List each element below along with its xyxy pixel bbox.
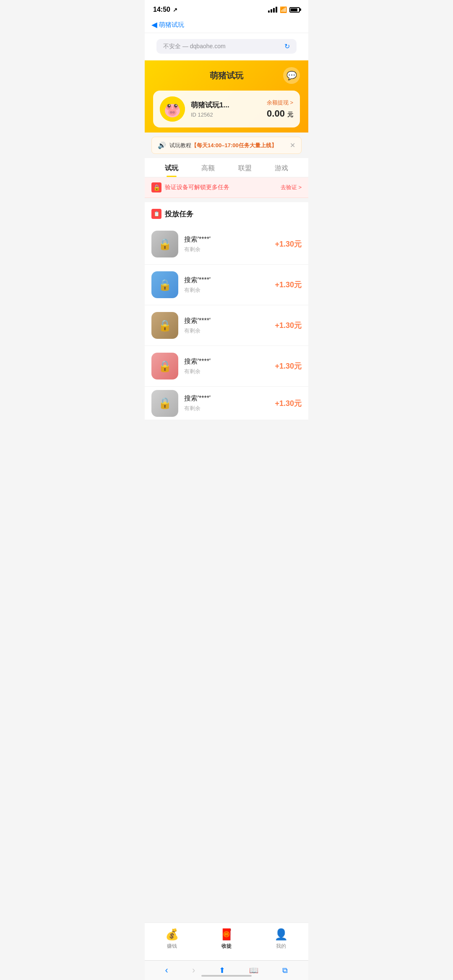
verify-banner[interactable]: 🔒 验证设备可解锁更多任务 去验证 > — [145, 177, 308, 198]
task-name-5: 搜索'****' — [184, 394, 269, 403]
address-bar[interactable]: 不安全 — dqbaohe.com ↻ — [156, 39, 297, 54]
svg-point-5 — [170, 111, 172, 114]
task-item[interactable]: 🔒 搜索'****' 有剩余 +1.30元 — [145, 346, 308, 387]
task-section-icon: 📋 — [151, 209, 161, 219]
nav-bar: ◀ 萌猪试玩 — [145, 17, 308, 33]
task-item[interactable]: 🔒 搜索'****' 有剩余 +1.30元 — [145, 224, 308, 265]
task-item[interactable]: 🔒 搜索'****' 有剩余 +1.30元 — [145, 387, 308, 420]
task-reward-4: +1.30元 — [275, 361, 302, 371]
refresh-icon[interactable]: ↻ — [284, 42, 290, 50]
avatar — [160, 96, 185, 122]
task-status-5: 有剩余 — [184, 405, 269, 412]
task-item[interactable]: 🔒 搜索'****' 有剩余 +1.30元 — [145, 265, 308, 305]
svg-point-6 — [172, 111, 175, 114]
task-info-5: 搜索'****' 有剩余 — [184, 394, 269, 412]
task-info-3: 搜索'****' 有剩余 — [184, 317, 269, 335]
status-bar: 14:50 ↗ 📶 — [145, 0, 308, 17]
task-name-1: 搜索'****' — [184, 235, 269, 244]
task-status-1: 有剩余 — [184, 246, 269, 253]
task-reward-3: +1.30元 — [275, 320, 302, 330]
lock-icon: 🔒 — [151, 182, 161, 192]
chat-icon: 💬 — [286, 70, 297, 81]
task-name-3: 搜索'****' — [184, 317, 269, 325]
user-name: 萌猪试玩1... — [191, 100, 261, 110]
lock-icon-4: 🔒 — [158, 360, 172, 373]
task-info-4: 搜索'****' 有剩余 — [184, 357, 269, 375]
user-info-card: 萌猪试玩1... ID 12562 余额提现 > 0.00 元 — [153, 91, 300, 127]
lock-icon-5: 🔒 — [158, 397, 172, 410]
lock-icon-2: 🔒 — [158, 278, 172, 291]
task-reward-2: +1.30元 — [275, 280, 302, 290]
wifi-icon: 📶 — [280, 6, 287, 13]
task-section-header: 📋 投放任务 — [145, 202, 308, 224]
task-thumb-1: 🔒 — [151, 231, 178, 257]
svg-point-12 — [176, 105, 177, 106]
tab-shiwan[interactable]: 试玩 — [153, 158, 190, 177]
task-thumb-4: 🔒 — [151, 353, 178, 380]
notice-text: 试玩教程【每天14:00–17:00任务大量上线】 — [169, 142, 286, 149]
chat-button[interactable]: 💬 — [283, 67, 300, 84]
nav-back-button[interactable]: ◀ 萌猪试玩 — [151, 20, 184, 29]
task-status-2: 有剩余 — [184, 286, 269, 294]
tab-gaoe[interactable]: 高额 — [190, 158, 227, 177]
task-list: 🔒 搜索'****' 有剩余 +1.30元 🔒 搜索'****' 有剩余 +1.… — [145, 224, 308, 420]
balance-label: 余额提现 > — [267, 99, 293, 107]
balance-amount: 0.00 元 — [267, 108, 293, 119]
back-arrow-icon: ◀ — [151, 20, 157, 29]
svg-point-11 — [169, 105, 170, 106]
notice-bar[interactable]: 🔊 试玩教程【每天14:00–17:00任务大量上线】 ✕ — [151, 137, 302, 154]
task-status-4: 有剩余 — [184, 368, 269, 375]
task-reward-5: +1.30元 — [275, 398, 302, 408]
verify-text: 验证设备可解锁更多任务 — [165, 184, 277, 191]
balance-unit: 元 — [287, 111, 293, 118]
app-header: 萌猪试玩 💬 — [145, 60, 308, 133]
task-item[interactable]: 🔒 搜索'****' 有剩余 +1.30元 — [145, 305, 308, 346]
status-icons: 📶 — [268, 6, 300, 13]
task-section-title: 投放任务 — [165, 209, 193, 219]
signal-bars — [268, 7, 277, 13]
task-thumb-2: 🔒 — [151, 271, 178, 298]
task-name-4: 搜索'****' — [184, 357, 269, 366]
task-thumb-3: 🔒 — [151, 312, 178, 339]
address-text: 不安全 — dqbaohe.com — [163, 43, 226, 50]
task-name-2: 搜索'****' — [184, 276, 269, 285]
user-details: 萌猪试玩1... ID 12562 — [191, 100, 261, 118]
tab-bar: 试玩 高额 联盟 游戏 — [145, 158, 308, 177]
verify-link[interactable]: 去验证 > — [281, 184, 302, 191]
safe-area-spacer — [145, 420, 308, 471]
task-thumb-5: 🔒 — [151, 390, 178, 417]
status-time: 14:50 — [153, 6, 170, 13]
notice-close-button[interactable]: ✕ — [290, 141, 295, 149]
section-divider — [145, 198, 308, 202]
tab-youxi[interactable]: 游戏 — [263, 158, 300, 177]
battery-icon — [289, 7, 300, 13]
location-icon: ↗ — [173, 7, 177, 13]
nav-back-label: 萌猪试玩 — [159, 21, 184, 29]
task-info-1: 搜索'****' 有剩余 — [184, 235, 269, 253]
task-info-2: 搜索'****' 有剩余 — [184, 276, 269, 294]
user-id: ID 12562 — [191, 112, 261, 118]
lock-icon-3: 🔒 — [158, 319, 172, 332]
tab-lianmeng[interactable]: 联盟 — [226, 158, 263, 177]
balance-area[interactable]: 余额提现 > 0.00 元 — [267, 99, 293, 119]
speaker-icon: 🔊 — [158, 141, 166, 149]
lock-icon-1: 🔒 — [158, 238, 172, 251]
app-title: 萌猪试玩 — [170, 70, 283, 81]
task-status-3: 有剩余 — [184, 327, 269, 335]
task-reward-1: +1.30元 — [275, 239, 302, 249]
